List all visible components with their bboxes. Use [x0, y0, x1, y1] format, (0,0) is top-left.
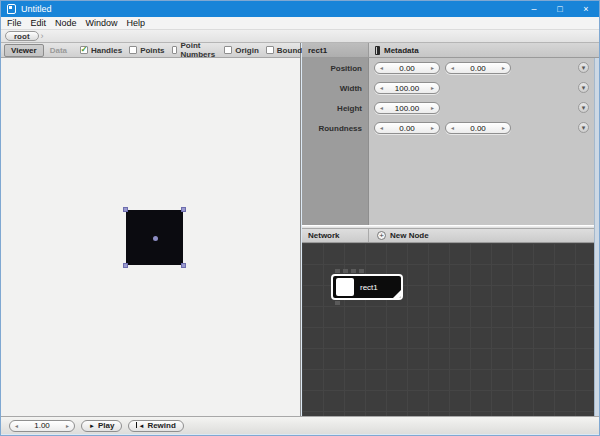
param-panel: Position ◄ 0.00 ► ◄ 0.00 ► ▾	[302, 58, 600, 225]
roundness-y-spinner[interactable]: ◄ 0.00 ►	[445, 122, 511, 134]
checkbox-points[interactable]: Points	[129, 46, 164, 55]
viewer-canvas[interactable]	[1, 58, 300, 416]
checkbox-handles[interactable]: ✓ Handles	[80, 46, 122, 55]
param-row-position: Position ◄ 0.00 ► ◄ 0.00 ► ▾	[302, 58, 600, 78]
tab-viewer[interactable]: Viewer	[4, 44, 44, 57]
param-row-width: Width ◄ 100.00 ► ▾	[302, 78, 600, 98]
new-node-button[interactable]: + New Node	[369, 229, 429, 242]
increment-icon[interactable]: ►	[429, 85, 436, 91]
plus-icon: +	[377, 231, 386, 240]
metadata-icon	[375, 46, 380, 55]
selected-node-name: rect1	[302, 43, 369, 57]
network-canvas[interactable]: rect1	[302, 243, 600, 416]
inspector-pane: rect1 Metadata Position ◄ 0.00 ►	[302, 43, 600, 416]
decrement-icon[interactable]: ◄	[378, 65, 385, 71]
window-controls: – □ ×	[521, 1, 599, 17]
roundness-x-spinner[interactable]: ◄ 0.00 ►	[374, 122, 440, 134]
window-title: Untitled	[21, 4, 52, 14]
increment-icon[interactable]: ►	[64, 423, 71, 429]
node-render-corner	[392, 289, 402, 299]
increment-icon[interactable]: ►	[500, 65, 507, 71]
node-rect1[interactable]: rect1	[331, 274, 403, 300]
checkbox-box	[224, 46, 232, 54]
position-y-spinner[interactable]: ◄ 0.00 ►	[445, 62, 511, 74]
maximize-icon[interactable]: □	[547, 1, 573, 17]
frame-value: 1.00	[20, 421, 64, 430]
metadata-button[interactable]: Metadata	[369, 43, 600, 57]
param-header: rect1 Metadata	[302, 43, 600, 58]
app-window: Untitled – □ × File Edit Node Window Hel…	[0, 0, 600, 436]
play-button[interactable]: ► Play	[81, 420, 122, 432]
checkbox-point-numbers[interactable]: Point Numbers	[172, 41, 218, 59]
decrement-icon[interactable]: ◄	[378, 125, 385, 131]
handle-bottom-right[interactable]	[181, 263, 186, 268]
input-port[interactable]	[359, 269, 364, 273]
menu-bar: File Edit Node Window Help	[1, 17, 599, 30]
minimize-icon[interactable]: –	[521, 1, 547, 17]
param-menu-icon[interactable]: ▾	[578, 82, 589, 93]
node-type-icon	[336, 278, 354, 296]
param-menu-icon[interactable]: ▾	[578, 102, 589, 113]
main-area: Viewer Data ✓ Handles Points Point Numbe…	[1, 43, 600, 416]
menu-file[interactable]: File	[7, 18, 22, 28]
increment-icon[interactable]: ►	[429, 105, 436, 111]
position-x-spinner[interactable]: ◄ 0.00 ►	[374, 62, 440, 74]
check-icon: ✓	[81, 47, 88, 53]
checkbox-box: ✓	[80, 46, 88, 54]
decrement-icon[interactable]: ◄	[449, 125, 456, 131]
decrement-icon[interactable]: ◄	[378, 105, 385, 111]
play-icon: ►	[89, 423, 95, 429]
decrement-icon[interactable]: ◄	[378, 85, 385, 91]
tab-data[interactable]: Data	[44, 45, 73, 56]
app-icon	[7, 4, 16, 14]
param-row-roundness: Roundness ◄ 0.00 ► ◄ 0.00 ► ▾	[302, 118, 600, 138]
menu-window[interactable]: Window	[86, 18, 118, 28]
input-port[interactable]	[343, 269, 348, 273]
breadcrumb: root ›	[1, 30, 599, 43]
param-menu-icon[interactable]: ▾	[578, 122, 589, 133]
input-port[interactable]	[351, 269, 356, 273]
handle-top-left[interactable]	[123, 207, 128, 212]
viewer-pane: Viewer Data ✓ Handles Points Point Numbe…	[1, 43, 301, 416]
viewer-toolbar: Viewer Data ✓ Handles Points Point Numbe…	[1, 43, 300, 58]
rect-shape[interactable]	[126, 210, 183, 265]
menu-help[interactable]: Help	[127, 18, 146, 28]
breadcrumb-root-button[interactable]: root	[5, 31, 39, 41]
handle-center[interactable]	[153, 236, 158, 241]
handle-bottom-left[interactable]	[123, 263, 128, 268]
menu-node[interactable]: Node	[55, 18, 77, 28]
checkbox-box	[266, 46, 274, 54]
checkbox-origin[interactable]: Origin	[224, 46, 259, 55]
rewind-icon: ◄	[136, 422, 144, 429]
increment-icon[interactable]: ►	[500, 125, 507, 131]
chevron-right-icon: ›	[41, 31, 44, 41]
menu-edit[interactable]: Edit	[31, 18, 47, 28]
input-port[interactable]	[335, 269, 340, 273]
decrement-icon[interactable]: ◄	[449, 65, 456, 71]
frame-spinner[interactable]: ◄ 1.00 ►	[9, 420, 75, 432]
title-bar[interactable]: Untitled – □ ×	[1, 1, 599, 17]
height-spinner[interactable]: ◄ 100.00 ►	[374, 102, 440, 114]
increment-icon[interactable]: ►	[429, 65, 436, 71]
output-port[interactable]	[335, 301, 340, 305]
param-menu-icon[interactable]: ▾	[578, 62, 589, 73]
close-icon[interactable]: ×	[573, 1, 599, 17]
width-spinner[interactable]: ◄ 100.00 ►	[374, 82, 440, 94]
checkbox-box	[172, 46, 178, 54]
playback-bar: ◄ 1.00 ► ► Play ◄ Rewind	[1, 416, 599, 434]
checkbox-bounds[interactable]: Bounds	[266, 46, 307, 55]
network-title: Network	[302, 229, 369, 242]
rewind-button[interactable]: ◄ Rewind	[128, 420, 183, 432]
handle-top-right[interactable]	[181, 207, 186, 212]
param-row-height: Height ◄ 100.00 ► ▾	[302, 98, 600, 118]
network-header: Network + New Node	[302, 229, 600, 243]
increment-icon[interactable]: ►	[429, 125, 436, 131]
checkbox-box	[129, 46, 137, 54]
node-input-ports	[335, 269, 364, 273]
decrement-icon[interactable]: ◄	[13, 423, 20, 429]
vertical-scrollbar[interactable]	[594, 58, 600, 416]
